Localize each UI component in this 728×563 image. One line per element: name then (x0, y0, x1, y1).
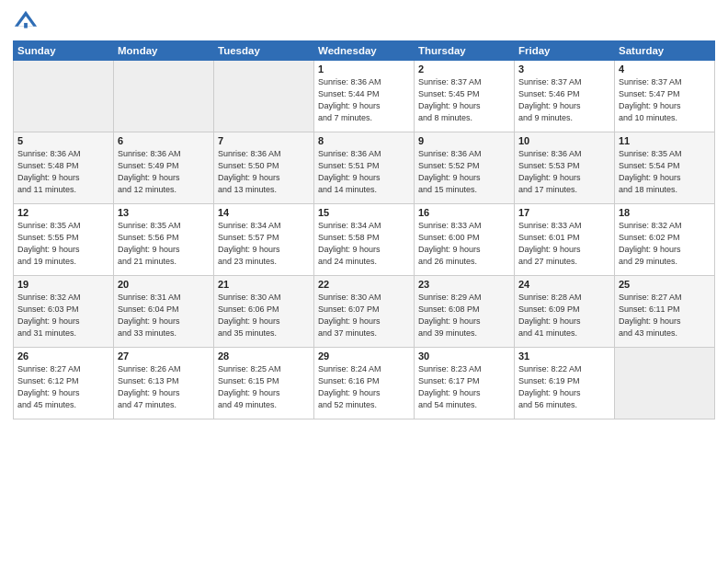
day-info: Sunrise: 8:25 AM Sunset: 6:15 PM Dayligh… (218, 363, 310, 411)
day-info: Sunrise: 8:35 AM Sunset: 5:55 PM Dayligh… (17, 220, 109, 268)
svg-rect-2 (24, 23, 28, 29)
calendar-cell (615, 348, 715, 419)
day-info: Sunrise: 8:28 AM Sunset: 6:09 PM Dayligh… (518, 292, 610, 339)
calendar-cell: 23Sunrise: 8:29 AM Sunset: 6:08 PM Dayli… (415, 276, 515, 348)
day-number: 24 (518, 279, 610, 290)
calendar-cell: 22Sunrise: 8:30 AM Sunset: 6:07 PM Dayli… (314, 276, 415, 348)
calendar-cell: 10Sunrise: 8:36 AM Sunset: 5:53 PM Dayli… (515, 132, 615, 204)
day-number: 8 (318, 135, 410, 146)
day-number: 18 (619, 207, 711, 218)
day-info: Sunrise: 8:27 AM Sunset: 6:11 PM Dayligh… (619, 292, 711, 339)
day-info: Sunrise: 8:36 AM Sunset: 5:52 PM Dayligh… (418, 148, 510, 196)
calendar-cell: 16Sunrise: 8:33 AM Sunset: 6:00 PM Dayli… (415, 204, 515, 276)
calendar-cell (14, 61, 114, 132)
calendar-week-row: 5Sunrise: 8:36 AM Sunset: 5:48 PM Daylig… (14, 132, 715, 204)
calendar-cell (214, 61, 314, 132)
day-number: 1 (318, 63, 410, 75)
day-number: 9 (418, 135, 510, 146)
calendar-cell: 12Sunrise: 8:35 AM Sunset: 5:55 PM Dayli… (14, 204, 114, 276)
day-number: 10 (518, 135, 610, 146)
day-number: 21 (218, 279, 310, 290)
day-info: Sunrise: 8:36 AM Sunset: 5:50 PM Dayligh… (218, 148, 310, 196)
day-info: Sunrise: 8:36 AM Sunset: 5:53 PM Dayligh… (518, 148, 610, 196)
day-number: 12 (17, 207, 109, 218)
calendar-cell: 13Sunrise: 8:35 AM Sunset: 5:56 PM Dayli… (114, 204, 214, 276)
logo-icon (13, 9, 39, 35)
calendar-cell: 25Sunrise: 8:27 AM Sunset: 6:11 PM Dayli… (615, 276, 715, 348)
day-info: Sunrise: 8:33 AM Sunset: 6:00 PM Dayligh… (418, 220, 510, 268)
day-number: 7 (218, 135, 310, 146)
day-info: Sunrise: 8:36 AM Sunset: 5:48 PM Dayligh… (17, 148, 109, 196)
day-info: Sunrise: 8:36 AM Sunset: 5:51 PM Dayligh… (318, 148, 410, 196)
calendar-cell: 28Sunrise: 8:25 AM Sunset: 6:15 PM Dayli… (214, 348, 314, 419)
day-info: Sunrise: 8:37 AM Sunset: 5:46 PM Dayligh… (518, 76, 610, 124)
day-number: 31 (518, 350, 610, 362)
calendar-cell: 4Sunrise: 8:37 AM Sunset: 5:47 PM Daylig… (615, 61, 715, 132)
day-number: 5 (17, 135, 109, 146)
calendar-cell (114, 61, 214, 132)
weekday-header-friday: Friday (515, 41, 615, 61)
day-info: Sunrise: 8:35 AM Sunset: 5:56 PM Dayligh… (118, 220, 210, 268)
day-info: Sunrise: 8:22 AM Sunset: 6:19 PM Dayligh… (518, 363, 610, 411)
day-info: Sunrise: 8:33 AM Sunset: 6:01 PM Dayligh… (518, 220, 610, 268)
day-info: Sunrise: 8:37 AM Sunset: 5:45 PM Dayligh… (418, 76, 510, 124)
day-number: 19 (17, 279, 109, 290)
calendar-cell: 2Sunrise: 8:37 AM Sunset: 5:45 PM Daylig… (415, 61, 515, 132)
day-info: Sunrise: 8:27 AM Sunset: 6:12 PM Dayligh… (17, 363, 109, 411)
day-number: 2 (418, 63, 510, 75)
day-number: 22 (318, 279, 410, 290)
calendar-cell: 14Sunrise: 8:34 AM Sunset: 5:57 PM Dayli… (214, 204, 314, 276)
calendar-cell: 11Sunrise: 8:35 AM Sunset: 5:54 PM Dayli… (615, 132, 715, 204)
calendar-week-row: 26Sunrise: 8:27 AM Sunset: 6:12 PM Dayli… (14, 348, 715, 419)
weekday-header-tuesday: Tuesday (214, 41, 314, 61)
calendar-cell: 24Sunrise: 8:28 AM Sunset: 6:09 PM Dayli… (515, 276, 615, 348)
day-number: 17 (518, 207, 610, 218)
calendar-cell: 31Sunrise: 8:22 AM Sunset: 6:19 PM Dayli… (515, 348, 615, 419)
day-info: Sunrise: 8:36 AM Sunset: 5:49 PM Dayligh… (118, 148, 210, 196)
calendar-week-row: 19Sunrise: 8:32 AM Sunset: 6:03 PM Dayli… (14, 276, 715, 348)
calendar-cell: 5Sunrise: 8:36 AM Sunset: 5:48 PM Daylig… (14, 132, 114, 204)
day-number: 15 (318, 207, 410, 218)
day-number: 11 (619, 135, 711, 146)
calendar-cell: 27Sunrise: 8:26 AM Sunset: 6:13 PM Dayli… (114, 348, 214, 419)
day-number: 23 (418, 279, 510, 290)
calendar-week-row: 1Sunrise: 8:36 AM Sunset: 5:44 PM Daylig… (14, 61, 715, 132)
day-number: 14 (218, 207, 310, 218)
day-number: 28 (218, 350, 310, 362)
calendar-week-row: 12Sunrise: 8:35 AM Sunset: 5:55 PM Dayli… (14, 204, 715, 276)
day-number: 26 (17, 350, 109, 362)
calendar-cell: 15Sunrise: 8:34 AM Sunset: 5:58 PM Dayli… (314, 204, 415, 276)
weekday-header-thursday: Thursday (415, 41, 515, 61)
weekday-header-monday: Monday (114, 41, 214, 61)
weekday-header-sunday: Sunday (14, 41, 114, 61)
calendar-table: SundayMondayTuesdayWednesdayThursdayFrid… (13, 40, 715, 419)
day-info: Sunrise: 8:30 AM Sunset: 6:06 PM Dayligh… (218, 292, 310, 339)
calendar-cell: 1Sunrise: 8:36 AM Sunset: 5:44 PM Daylig… (314, 61, 415, 132)
logo (13, 9, 40, 35)
calendar-cell: 30Sunrise: 8:23 AM Sunset: 6:17 PM Dayli… (415, 348, 515, 419)
day-number: 25 (619, 279, 711, 290)
day-info: Sunrise: 8:36 AM Sunset: 5:44 PM Dayligh… (318, 76, 410, 124)
weekday-header-row: SundayMondayTuesdayWednesdayThursdayFrid… (14, 41, 715, 61)
day-info: Sunrise: 8:30 AM Sunset: 6:07 PM Dayligh… (318, 292, 410, 339)
calendar-cell: 21Sunrise: 8:30 AM Sunset: 6:06 PM Dayli… (214, 276, 314, 348)
day-number: 16 (418, 207, 510, 218)
day-number: 29 (318, 350, 410, 362)
day-info: Sunrise: 8:31 AM Sunset: 6:04 PM Dayligh… (118, 292, 210, 339)
day-info: Sunrise: 8:32 AM Sunset: 6:02 PM Dayligh… (619, 220, 711, 268)
weekday-header-saturday: Saturday (615, 41, 715, 61)
calendar-cell: 17Sunrise: 8:33 AM Sunset: 6:01 PM Dayli… (515, 204, 615, 276)
day-number: 6 (118, 135, 210, 146)
day-info: Sunrise: 8:37 AM Sunset: 5:47 PM Dayligh… (619, 76, 711, 124)
day-info: Sunrise: 8:32 AM Sunset: 6:03 PM Dayligh… (17, 292, 109, 339)
day-number: 20 (118, 279, 210, 290)
weekday-header-wednesday: Wednesday (314, 41, 415, 61)
day-info: Sunrise: 8:29 AM Sunset: 6:08 PM Dayligh… (418, 292, 510, 339)
header (13, 9, 715, 35)
calendar-cell: 9Sunrise: 8:36 AM Sunset: 5:52 PM Daylig… (415, 132, 515, 204)
day-info: Sunrise: 8:35 AM Sunset: 5:54 PM Dayligh… (619, 148, 711, 196)
calendar-cell: 29Sunrise: 8:24 AM Sunset: 6:16 PM Dayli… (314, 348, 415, 419)
calendar-cell: 3Sunrise: 8:37 AM Sunset: 5:46 PM Daylig… (515, 61, 615, 132)
day-number: 27 (118, 350, 210, 362)
calendar-cell: 26Sunrise: 8:27 AM Sunset: 6:12 PM Dayli… (14, 348, 114, 419)
